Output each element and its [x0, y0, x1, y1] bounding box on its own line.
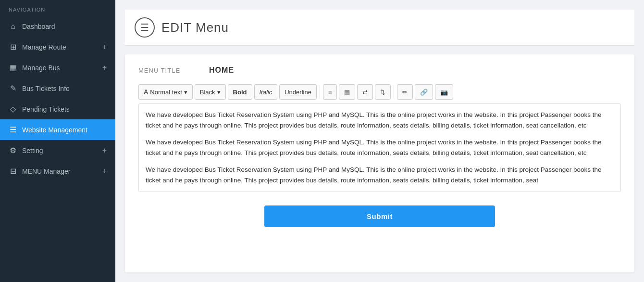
- plus-icon: +: [102, 146, 107, 155]
- toolbar-divider-2: [394, 85, 394, 99]
- page-title: EDIT Menu: [161, 20, 229, 35]
- editor-paragraph: We have developed Bus Ticket Reservation…: [146, 165, 614, 185]
- outdent-icon: ⇅: [380, 89, 385, 96]
- sidebar-item-label: Bus Tickets Info: [22, 85, 70, 92]
- submit-button[interactable]: Submit: [264, 205, 495, 227]
- image-icon: 📷: [440, 89, 448, 96]
- sidebar-item-label: Dashboard: [22, 23, 55, 30]
- edit-menu-icon: ☰: [135, 17, 155, 38]
- menu-title-row: MENU TITLE HOME: [138, 66, 621, 75]
- list-button[interactable]: ≡: [323, 84, 337, 100]
- sidebar-item-manage-route[interactable]: ⊞ Manage Route +: [0, 37, 115, 57]
- sidebar-item-label: Pending Tickets: [22, 105, 70, 113]
- menu-title-label: MENU TITLE: [138, 67, 180, 74]
- list-icon: ≡: [328, 89, 332, 96]
- editor-paragraph: We have developed Bus Ticket Reservation…: [146, 137, 614, 158]
- bus-icon: ▦: [9, 63, 17, 72]
- sidebar-item-label: MENU Manager: [22, 167, 70, 175]
- outdent-button[interactable]: ⇅: [375, 84, 391, 100]
- image-button[interactable]: 📷: [435, 84, 453, 100]
- sidebar-item-website-management[interactable]: ☰ Website Management: [0, 119, 115, 140]
- edit-menu-card: MENU TITLE HOME A Normal text ▾ Black ▾ …: [125, 54, 634, 272]
- color-button[interactable]: Black ▾: [195, 84, 226, 100]
- indent-icon: ⇄: [362, 89, 368, 96]
- sidebar-item-label: Manage Bus: [22, 64, 60, 72]
- website-icon: ☰: [9, 125, 17, 134]
- sidebar: NAVIGATION ⌂ Dashboard ⊞ Manage Route + …: [0, 0, 115, 282]
- sidebar-item-dashboard[interactable]: ⌂ Dashboard: [0, 16, 115, 37]
- menu-icon: ⊟: [9, 167, 17, 176]
- normal-text-button[interactable]: A Normal text ▾: [138, 84, 193, 100]
- dropdown-arrow-icon: ▾: [184, 89, 187, 96]
- table-button[interactable]: ▦: [339, 84, 355, 100]
- grid-icon: ⊞: [9, 42, 17, 51]
- submit-row: Submit: [138, 205, 621, 227]
- link-button[interactable]: 🔗: [415, 84, 433, 100]
- bold-button[interactable]: Bold: [228, 84, 252, 100]
- home-icon: ⌂: [9, 22, 17, 31]
- underline-button[interactable]: Underline: [279, 84, 317, 100]
- sidebar-item-manage-bus[interactable]: ▦ Manage Bus +: [0, 57, 115, 78]
- sidebar-item-label: Manage Route: [22, 43, 66, 51]
- ticket-icon: ✎: [9, 84, 17, 93]
- gear-icon: ⚙: [9, 146, 17, 155]
- edit-button[interactable]: ✏: [397, 84, 413, 100]
- main-content: ☰ EDIT Menu MENU TITLE HOME A Normal tex…: [115, 0, 644, 282]
- dropdown-arrow-icon: ▾: [217, 89, 221, 96]
- sidebar-item-label: Setting: [22, 147, 43, 154]
- editor-area[interactable]: We have developed Bus Ticket Reservation…: [138, 103, 621, 192]
- font-icon: A: [144, 88, 148, 96]
- sidebar-item-bus-tickets-info[interactable]: ✎ Bus Tickets Info: [0, 78, 115, 99]
- editor-paragraph: We have developed Bus Ticket Reservation…: [146, 110, 614, 130]
- sidebar-item-setting[interactable]: ⚙ Setting +: [0, 140, 115, 161]
- link-icon: 🔗: [420, 89, 428, 96]
- plus-icon: +: [102, 43, 107, 51]
- sidebar-item-menu-manager[interactable]: ⊟ MENU Manager +: [0, 161, 115, 181]
- pending-icon: ◇: [9, 104, 17, 114]
- plus-icon: +: [102, 167, 107, 176]
- editor-toolbar: A Normal text ▾ Black ▾ Bold Italic Unde…: [138, 84, 621, 100]
- sidebar-item-pending-tickets[interactable]: ◇ Pending Tickets: [0, 99, 115, 119]
- sidebar-item-label: Website Management: [22, 126, 87, 134]
- indent-button[interactable]: ⇄: [357, 84, 373, 100]
- plus-icon: +: [102, 64, 107, 72]
- table-icon: ▦: [344, 89, 350, 96]
- italic-button[interactable]: Italic: [254, 84, 278, 100]
- toolbar-divider: [320, 85, 320, 99]
- pencil-icon: ✏: [402, 89, 408, 96]
- nav-label: NAVIGATION: [0, 0, 115, 16]
- page-header: ☰ EDIT Menu: [125, 10, 634, 46]
- menu-title-value: HOME: [209, 66, 234, 75]
